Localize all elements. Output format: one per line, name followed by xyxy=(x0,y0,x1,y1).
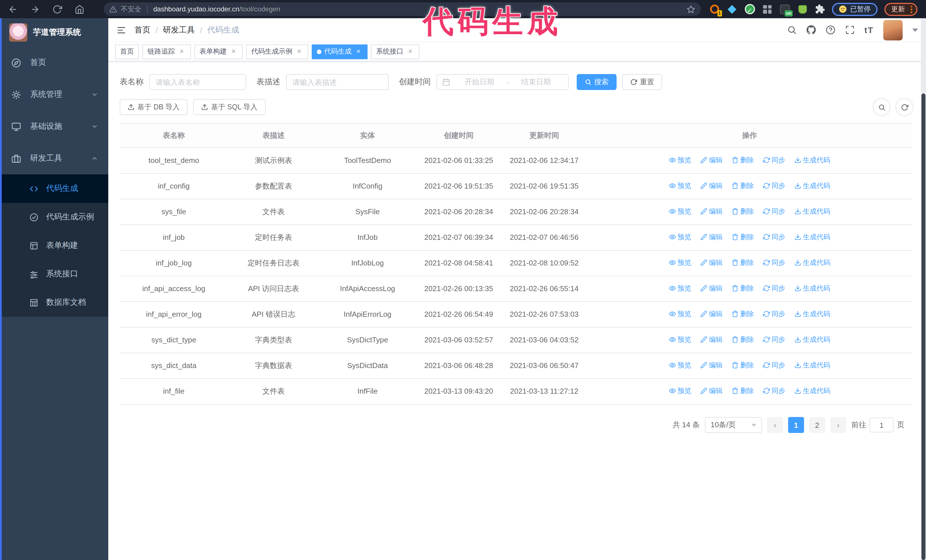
tab-codegen-example[interactable]: 代码生成示例× xyxy=(246,44,308,59)
action-edit[interactable]: 编辑 xyxy=(701,258,723,268)
action-preview[interactable]: 预览 xyxy=(669,386,691,396)
action-delete[interactable]: 删除 xyxy=(732,283,754,293)
browser-menu-icon[interactable] xyxy=(911,5,912,13)
action-delete[interactable]: 删除 xyxy=(732,232,754,242)
sidebar-item-codegen[interactable]: 代码生成 xyxy=(0,174,108,203)
sidebar-item-codegen-example[interactable]: 代码生成示例 xyxy=(0,203,108,231)
action-edit[interactable]: 编辑 xyxy=(701,360,723,370)
tab-codegen[interactable]: 代码生成× xyxy=(312,44,368,59)
fullscreen-icon[interactable] xyxy=(845,25,855,35)
action-generate[interactable]: 生成代码 xyxy=(794,155,830,165)
avatar[interactable] xyxy=(883,20,903,40)
action-sync[interactable]: 同步 xyxy=(763,258,785,268)
action-generate[interactable]: 生成代码 xyxy=(794,334,830,345)
action-preview[interactable]: 预览 xyxy=(669,360,691,370)
extensions-puzzle-icon[interactable] xyxy=(815,4,825,14)
reload-icon[interactable] xyxy=(53,4,62,14)
prev-page-button[interactable]: ‹ xyxy=(767,417,783,433)
action-sync[interactable]: 同步 xyxy=(763,181,785,191)
github-icon[interactable] xyxy=(806,25,816,35)
toggle-search-button[interactable] xyxy=(873,99,890,115)
action-delete[interactable]: 删除 xyxy=(732,360,754,370)
action-sync[interactable]: 同步 xyxy=(763,386,785,396)
action-edit[interactable]: 编辑 xyxy=(701,309,723,319)
action-sync[interactable]: 同步 xyxy=(763,283,785,293)
action-generate[interactable]: 生成代码 xyxy=(794,258,830,268)
close-icon[interactable]: × xyxy=(230,48,238,56)
action-delete[interactable]: 删除 xyxy=(732,181,754,191)
sidebar-item-infrastructure[interactable]: 基础设施 xyxy=(0,110,108,142)
action-generate[interactable]: 生成代码 xyxy=(794,206,830,216)
page-button-2[interactable]: 2 xyxy=(809,417,825,433)
action-generate[interactable]: 生成代码 xyxy=(794,283,830,293)
search-button[interactable]: 搜索 xyxy=(577,74,617,90)
extension-robot-icon[interactable] xyxy=(797,4,808,15)
url-text[interactable]: dashboard.yudao.iocoder.cn/tool/codegen xyxy=(153,5,280,13)
breadcrumb-home[interactable]: 首页 xyxy=(135,25,150,35)
tab-tracing[interactable]: 链路追踪× xyxy=(142,44,191,59)
action-sync[interactable]: 同步 xyxy=(763,155,785,165)
action-preview[interactable]: 预览 xyxy=(669,258,691,268)
action-generate[interactable]: 生成代码 xyxy=(794,386,830,396)
action-sync[interactable]: 同步 xyxy=(763,206,785,216)
sidebar-item-system-management[interactable]: 系统管理 xyxy=(0,78,108,110)
reset-button[interactable]: 重置 xyxy=(622,74,662,90)
action-generate[interactable]: 生成代码 xyxy=(794,232,830,242)
action-generate[interactable]: 生成代码 xyxy=(794,181,830,191)
date-range-picker[interactable]: 开始日期 - 结束日期 xyxy=(436,74,569,90)
back-icon[interactable] xyxy=(8,4,18,14)
search-icon[interactable] xyxy=(787,25,797,35)
extension-check-icon[interactable]: ✓ xyxy=(744,4,755,15)
action-preview[interactable]: 预览 xyxy=(669,283,691,293)
font-size-icon[interactable]: tT xyxy=(864,25,873,35)
action-edit[interactable]: 编辑 xyxy=(701,232,723,242)
scrollbar-thumb[interactable] xyxy=(921,94,925,560)
tab-home[interactable]: 首页 xyxy=(115,44,139,59)
close-icon[interactable]: × xyxy=(406,48,414,56)
help-icon[interactable] xyxy=(826,25,835,35)
action-preview[interactable]: 预览 xyxy=(669,309,691,319)
action-edit[interactable]: 编辑 xyxy=(701,283,723,293)
bookmark-star-icon[interactable] xyxy=(687,5,695,14)
action-delete[interactable]: 删除 xyxy=(732,386,754,396)
action-edit[interactable]: 编辑 xyxy=(701,386,723,396)
action-preview[interactable]: 预览 xyxy=(669,232,691,242)
action-delete[interactable]: 删除 xyxy=(732,309,754,319)
sidebar-item-system-api[interactable]: 系统接口 xyxy=(0,260,108,288)
next-page-button[interactable]: › xyxy=(830,417,846,433)
extension-diamond-icon[interactable] xyxy=(726,4,737,15)
action-edit[interactable]: 编辑 xyxy=(701,155,723,165)
action-preview[interactable]: 预览 xyxy=(669,334,691,345)
table-desc-input[interactable] xyxy=(286,74,389,90)
caret-down-icon[interactable] xyxy=(912,28,918,32)
action-sync[interactable]: 同步 xyxy=(763,334,785,345)
action-delete[interactable]: 删除 xyxy=(732,155,754,165)
page-size-select[interactable]: 10条/页 xyxy=(705,417,762,433)
close-icon[interactable]: × xyxy=(178,48,186,56)
action-edit[interactable]: 编辑 xyxy=(701,206,723,216)
action-delete[interactable]: 删除 xyxy=(732,334,754,345)
extension-switch-icon[interactable]: on xyxy=(779,4,790,15)
close-icon[interactable]: × xyxy=(354,48,362,56)
sidebar-item-form-builder[interactable]: 表单构建 xyxy=(0,231,108,260)
breadcrumb-dev-tools[interactable]: 研发工具 xyxy=(163,25,195,35)
extension-orange-icon[interactable]: 1 xyxy=(709,4,720,15)
import-db-button[interactable]: 基于 DB 导入 xyxy=(120,99,188,115)
action-generate[interactable]: 生成代码 xyxy=(794,309,830,319)
tab-form-builder[interactable]: 表单构建× xyxy=(194,44,243,59)
home-icon[interactable] xyxy=(75,4,84,14)
sidebar-item-home[interactable]: 首页 xyxy=(0,47,108,78)
action-delete[interactable]: 删除 xyxy=(732,258,754,268)
action-sync[interactable]: 同步 xyxy=(763,232,785,242)
action-preview[interactable]: 预览 xyxy=(669,181,691,191)
hamburger-icon[interactable] xyxy=(116,25,127,35)
page-button-1[interactable]: 1 xyxy=(788,417,804,433)
sidebar-item-db-doc[interactable]: 数据库文档 xyxy=(0,288,108,317)
action-sync[interactable]: 同步 xyxy=(763,309,785,319)
forward-icon[interactable] xyxy=(30,4,40,14)
profile-paused-button[interactable]: 已暂停 xyxy=(832,3,878,16)
close-icon[interactable]: × xyxy=(295,48,303,56)
action-delete[interactable]: 删除 xyxy=(732,206,754,216)
security-label[interactable]: 不安全 xyxy=(121,4,141,14)
browser-update-button[interactable]: 更新 xyxy=(884,3,917,16)
